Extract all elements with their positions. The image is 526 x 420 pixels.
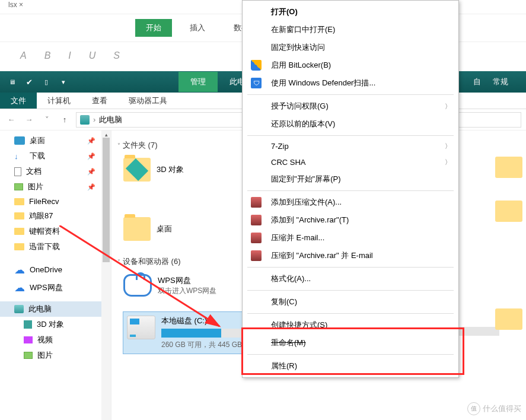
ctx-pin-quick[interactable]: 固定到快速访问 [243, 39, 458, 56]
sidebar-scrollbar[interactable]: ▴ [101, 131, 111, 420]
cloud-disk-icon [123, 274, 152, 297]
ctx-bitlocker[interactable]: 启用 BitLocker(B) [243, 56, 458, 74]
sidebar-item-label: 下载 [30, 151, 45, 161]
explorer-icon[interactable]: 🖥 [4, 75, 20, 88]
chevron-right-icon: 〉 [445, 102, 451, 111]
italic-icon[interactable]: I [68, 50, 71, 61]
scroll-thumb[interactable] [103, 138, 110, 262]
sidebar-icon [14, 212, 24, 219]
wps-disk-title: WPS网盘 [158, 275, 216, 286]
sidebar-item-label: FileRecv [29, 197, 59, 206]
folder-icon[interactable] [495, 308, 522, 330]
ctx-pin-start[interactable]: 固定到"开始"屏幕(P) [243, 170, 458, 188]
ctx-format[interactable]: 格式化(A)... [243, 270, 458, 288]
sidebar-pc-child-1[interactable]: 视频 [0, 332, 111, 348]
ctx-rar-add-to[interactable]: 添加到 "Archive.rar"(T) [243, 211, 458, 229]
ctx-7zip[interactable]: 7-Zip〉 [243, 138, 458, 154]
ctx-rar-email[interactable]: 压缩并 E-mail... [243, 229, 458, 247]
folder-icon[interactable] [495, 201, 522, 222]
folder-label: 3D 对象 [157, 164, 184, 175]
breadcrumb[interactable]: 此电脑 [99, 114, 122, 125]
nav-up-icon[interactable]: ↑ [58, 113, 71, 126]
folder-label: 桌面 [157, 224, 172, 234]
folder-icon [123, 217, 151, 241]
qa-dropdown-icon[interactable]: ▾ [55, 75, 72, 88]
wps-filetab[interactable]: lsx × [8, 1, 23, 9]
sidebar-item-7[interactable]: 迅雷下载 [0, 239, 111, 254]
pc-icon [80, 115, 90, 125]
top-link-2[interactable]: 常规 [493, 77, 508, 87]
qa-save-icon[interactable]: ▯ [38, 75, 55, 88]
pin-icon: 📌 [87, 137, 95, 145]
rar-icon [251, 215, 262, 225]
pin-icon: 📌 [87, 168, 95, 176]
sidebar-icon: ↓ [14, 152, 25, 160]
ribbon-tab-file[interactable]: 文件 [0, 93, 37, 109]
sidebar-pc-child-0[interactable]: 3D 对象 [0, 317, 111, 332]
watermark-icon: 值 [467, 402, 480, 415]
rar-icon [251, 233, 262, 243]
ctx-rar-add[interactable]: 添加到压缩文件(A)... [243, 193, 458, 211]
sidebar-icon [14, 136, 25, 145]
ctx-grant-access[interactable]: 授予访问权限(G)〉 [243, 97, 458, 115]
sidebar-item-6[interactable]: 键帽资料 [0, 224, 111, 239]
qa-check-icon[interactable]: ✔ [21, 75, 37, 88]
ctx-rename[interactable]: 重命名(M) [243, 334, 458, 352]
contextual-tab-manage[interactable]: 管理 [178, 72, 218, 92]
watermark: 值 什么值得买 [467, 402, 521, 415]
sidebar-item-1[interactable]: ↓下载📌 [0, 148, 111, 164]
ribbon-tab-view[interactable]: 查看 [81, 93, 118, 109]
sidebar-item-0[interactable]: 桌面📌 [0, 133, 111, 148]
sidebar-icon [14, 228, 24, 235]
sidebar-icon [24, 352, 33, 359]
sidebar-item-2[interactable]: 文档📌 [0, 164, 111, 179]
folder-icon [123, 158, 151, 182]
ctx-defender[interactable]: 🛡使用 Windows Defender扫描... [243, 74, 458, 92]
ctx-shortcut[interactable]: 创建快捷方式(S) [243, 316, 458, 334]
font-size-icon[interactable]: A [20, 50, 27, 61]
strike-icon[interactable]: S [113, 50, 120, 61]
sidebar-item-5[interactable]: 鸡眼87 [0, 208, 111, 224]
sidebar-thispc[interactable]: 此电脑 [0, 301, 111, 317]
explorer-sidebar: ▴ 桌面📌↓下载📌文档📌图片📌FileRecv鸡眼87键帽资料迅雷下载 ☁One… [0, 131, 111, 420]
sidebar-item-label: 键帽资料 [29, 226, 60, 237]
sidebar-icon [14, 183, 23, 190]
pin-icon: 📌 [87, 152, 95, 160]
bold-icon[interactable]: B [44, 50, 51, 61]
context-menu: 打开(O) 在新窗口中打开(E) 固定到快速访问 启用 BitLocker(B)… [242, 0, 459, 378]
ribbon-tab-computer[interactable]: 计算机 [37, 93, 81, 109]
sidebar-item-3[interactable]: 图片📌 [0, 179, 111, 195]
sidebar-item-4[interactable]: FileRecv [0, 195, 111, 208]
ctx-open[interactable]: 打开(O) [243, 3, 458, 21]
defender-icon: 🛡 [251, 78, 262, 88]
sidebar-item-label: 文档 [26, 166, 42, 177]
sidebar-item-label: 3D 对象 [37, 319, 64, 330]
shield-icon [251, 60, 262, 71]
nav-back-icon[interactable]: ← [5, 113, 18, 126]
ctx-restore[interactable]: 还原以前的版本(V) [243, 115, 458, 133]
sidebar-item-label: 迅雷下载 [29, 241, 60, 252]
ctx-crc-sha[interactable]: CRC SHA〉 [243, 154, 458, 170]
sidebar-item-label: 图片 [37, 350, 53, 361]
sidebar-wpspan[interactable]: ☁WPS网盘 [0, 280, 111, 295]
ctx-rar-email-to[interactable]: 压缩到 "Archive.rar" 并 E-mail [243, 247, 458, 265]
sidebar-icon [14, 167, 21, 176]
nav-history-icon[interactable]: ˅ [40, 113, 53, 126]
sidebar-item-label: 鸡眼87 [29, 211, 53, 221]
sidebar-icon [14, 198, 24, 205]
sidebar-pc-child-2[interactable]: 图片 [0, 348, 111, 363]
sidebar-item-label: 桌面 [30, 135, 45, 146]
top-link-1[interactable]: 自 [473, 77, 481, 87]
wps-tab-insert[interactable]: 插入 [179, 19, 216, 37]
ribbon-tab-drivetools[interactable]: 驱动器工具 [118, 93, 178, 109]
ctx-properties[interactable]: 属性(R) [243, 357, 458, 375]
folder-icon[interactable] [495, 157, 522, 178]
wps-tab-start[interactable]: 开始 [135, 19, 172, 37]
ctx-copy[interactable]: 复制(C) [243, 293, 458, 311]
ctx-new-window[interactable]: 在新窗口中打开(E) [243, 21, 458, 39]
rar-icon [251, 197, 262, 208]
chevron-right-icon: 〉 [445, 158, 451, 167]
underline-icon[interactable]: U [89, 50, 96, 61]
sidebar-icon [24, 320, 32, 329]
sidebar-onedrive[interactable]: ☁OneDrive [0, 263, 111, 276]
